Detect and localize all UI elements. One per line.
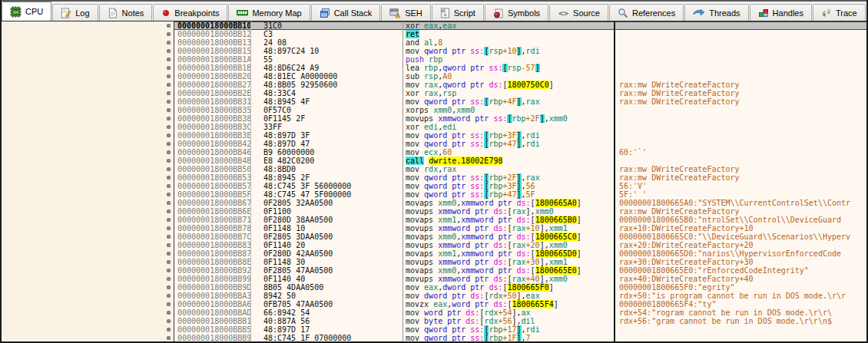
breakpoint-gutter[interactable]	[164, 21, 174, 30]
breakpoint-dot[interactable]	[167, 32, 171, 36]
breakpoint-gutter[interactable]	[164, 173, 174, 182]
disasm-row[interactable]: 000000018000BB3C33FFxor edi,edi	[164, 123, 866, 131]
disasm-row[interactable]: 000000018000BB380F1145 2Fmovups xmmword …	[164, 114, 866, 123]
breakpoint-dot[interactable]	[167, 41, 171, 45]
disasm-row[interactable]: 000000018000BB1A55push rbp	[164, 55, 866, 64]
disasm-row[interactable]: 000000018000BBB948:C745 1F 07000000mov q…	[164, 334, 866, 342]
disasm-row[interactable]: 000000018000BB4BE8 482C0200call dwrite.1…	[164, 157, 866, 165]
disasm-row[interactable]: 000000018000BB990F1140 40movups xmmword …	[164, 275, 866, 283]
disasm-row[interactable]: 000000018000BB350F57C0xorps xmm0,xmm0	[164, 106, 866, 114]
breakpoint-gutter[interactable]	[164, 55, 174, 64]
disasm-row[interactable]: 000000018000BB870F280D 42AA0500movaps xm…	[164, 249, 866, 258]
breakpoint-gutter[interactable]	[164, 106, 174, 114]
breakpoint-dot[interactable]	[167, 58, 171, 61]
disasm-row[interactable]: 000000018000BB920F2805 47AA0500movaps xm…	[164, 266, 866, 275]
disasm-row[interactable]: 000000018000BB5F48:C745 47 5F000000mov q…	[164, 190, 866, 199]
breakpoint-dot[interactable]	[167, 83, 171, 87]
disasm-row[interactable]: 000000018000BB830F1140 20movups xmmword …	[164, 241, 866, 249]
breakpoint-dot[interactable]	[167, 302, 171, 306]
breakpoint-gutter[interactable]	[164, 275, 174, 283]
disasm-row[interactable]: 000000018000BB6E0F1100movups xmmword ptr…	[164, 207, 866, 216]
breakpoint-gutter[interactable]	[164, 190, 174, 199]
breakpoint-dot[interactable]	[167, 142, 171, 146]
disasm-row[interactable]: 000000018000BB670F2805 32AA0500movaps xm…	[164, 199, 866, 207]
disasm-row[interactable]: 000000018000BBAD66:8942 54mov word ptr d…	[164, 308, 866, 317]
breakpoint-gutter[interactable]	[164, 308, 174, 317]
breakpoint-dot[interactable]	[167, 150, 171, 154]
breakpoint-dot[interactable]	[167, 218, 171, 222]
tab-call-stack[interactable]: Call Stack	[311, 4, 381, 21]
breakpoint-gutter[interactable]	[164, 140, 174, 148]
breakpoint-gutter[interactable]	[164, 224, 174, 233]
breakpoint-dot[interactable]	[167, 100, 171, 104]
disasm-row[interactable]: 000000018000BB1548:897C24 10mov qword pt…	[164, 47, 866, 55]
disasm-row[interactable]: 000000018000BB3148:8945 4Fmov qword ptr …	[164, 97, 866, 106]
breakpoint-dot[interactable]	[167, 294, 171, 298]
breakpoint-gutter[interactable]	[164, 89, 174, 97]
breakpoint-dot[interactable]	[167, 66, 171, 70]
tab-symbols[interactable]: Symbols	[485, 4, 548, 21]
tab-handles[interactable]: Handles	[750, 4, 812, 21]
tab-trace[interactable]: Trace	[813, 4, 866, 21]
tab-seh[interactable]: !SEH	[381, 4, 431, 21]
breakpoint-gutter[interactable]	[164, 165, 174, 173]
breakpoint-dot[interactable]	[167, 277, 171, 281]
breakpoint-gutter[interactable]	[164, 199, 174, 207]
breakpoint-gutter[interactable]	[164, 64, 174, 72]
breakpoint-dot[interactable]	[167, 201, 171, 205]
breakpoint-dot[interactable]	[167, 193, 171, 196]
tab-notes[interactable]: Notes	[99, 4, 153, 21]
breakpoint-gutter[interactable]	[164, 30, 174, 38]
breakpoint-dot[interactable]	[167, 269, 171, 272]
tab-log[interactable]: Log	[52, 4, 98, 21]
breakpoint-gutter[interactable]	[164, 97, 174, 106]
disasm-row[interactable]: 000000018000BB7C0F2805 3DAA0500movaps xm…	[164, 233, 866, 241]
breakpoint-gutter[interactable]	[164, 38, 174, 47]
breakpoint-gutter[interactable]	[164, 72, 174, 81]
breakpoint-gutter[interactable]	[164, 249, 174, 258]
breakpoint-gutter[interactable]	[164, 266, 174, 275]
disasm-row[interactable]: 000000018000BB780F1148 10movups xmmword …	[164, 224, 866, 233]
tab-cpu[interactable]: 64CPU	[2, 2, 51, 21]
breakpoint-gutter[interactable]	[164, 241, 174, 249]
disasm-row[interactable]: 000000018000BB2748:8B05 92950600mov rax,…	[164, 81, 866, 89]
disasm-row[interactable]: 000000018000BBB548:897D 17mov qword ptr …	[164, 325, 866, 334]
disasm-row[interactable]: 000000018000BB5348:8945 2Fmov qword ptr …	[164, 173, 866, 182]
disasm-row[interactable]: 000000018000BBB140:887A 56mov byte ptr d…	[164, 317, 866, 325]
breakpoint-gutter[interactable]	[164, 292, 174, 300]
breakpoint-dot[interactable]	[167, 134, 171, 137]
breakpoint-gutter[interactable]	[164, 81, 174, 89]
breakpoint-dot[interactable]	[167, 319, 171, 323]
breakpoint-gutter[interactable]	[164, 216, 174, 224]
disasm-row[interactable]: 000000018000BB1031C0xor eax,eax	[164, 21, 866, 30]
breakpoint-dot[interactable]	[167, 159, 171, 163]
breakpoint-gutter[interactable]	[164, 123, 174, 131]
breakpoint-dot[interactable]	[167, 167, 171, 171]
disasm-row[interactable]: 000000018000BB5748:C745 3F 56000000mov q…	[164, 182, 866, 190]
disasm-row[interactable]: 000000018000BB2E48:33C4xor rax,rsprax:mw…	[164, 89, 866, 97]
tab-memory-map[interactable]: Memory Map	[228, 4, 310, 21]
disasm-row[interactable]: 000000018000BBA60FB705 47AA0500movzx eax…	[164, 300, 866, 308]
breakpoint-gutter[interactable]	[164, 317, 174, 325]
disasm-row[interactable]: 000000018000BB8E0F1148 30movups xmmword …	[164, 258, 866, 266]
breakpoint-gutter[interactable]	[164, 300, 174, 308]
breakpoint-gutter[interactable]	[164, 207, 174, 216]
disasm-row[interactable]: 000000018000BB3E48:897D 3Fmov qword ptr …	[164, 131, 866, 140]
breakpoint-dot[interactable]	[167, 260, 171, 264]
disasm-row[interactable]: 000000018000BB2048:81EC A0000000sub rsp,…	[164, 72, 866, 81]
tab-script[interactable]: oScript	[432, 4, 484, 21]
disassembly-table[interactable]: 000000018000BB1031C0xor eax,eax000000018…	[164, 21, 866, 341]
breakpoint-dot[interactable]	[167, 336, 171, 340]
breakpoint-dot[interactable]	[167, 235, 171, 239]
breakpoint-dot[interactable]	[167, 184, 171, 188]
breakpoint-dot[interactable]	[167, 226, 171, 230]
disasm-row[interactable]: 000000018000BB12C3ret	[164, 30, 866, 38]
disasm-row[interactable]: 000000018000BBA38942 50mov dword ptr ds:…	[164, 292, 866, 300]
breakpoint-dot[interactable]	[167, 252, 171, 256]
breakpoint-dot[interactable]	[167, 24, 171, 28]
tab-threads[interactable]: Threads	[684, 4, 748, 21]
breakpoint-gutter[interactable]	[164, 131, 174, 140]
breakpoint-dot[interactable]	[167, 209, 171, 213]
breakpoint-dot[interactable]	[167, 311, 171, 315]
breakpoint-dot[interactable]	[167, 74, 171, 78]
